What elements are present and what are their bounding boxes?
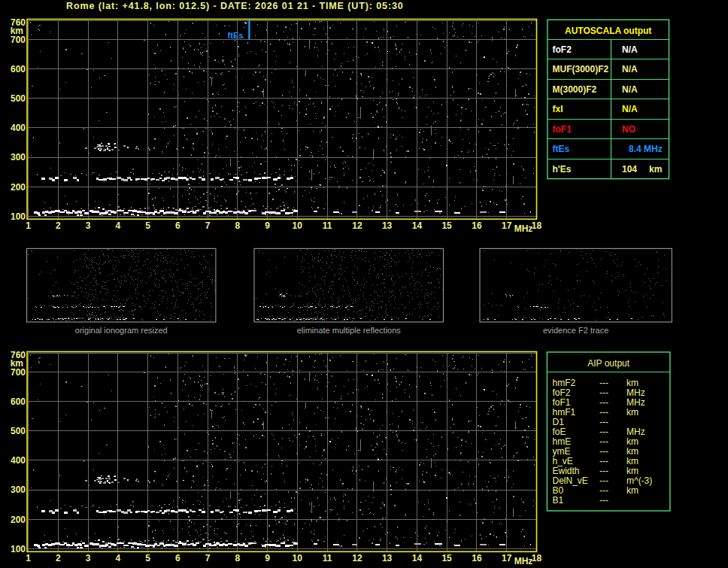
- svg-text:ymE: ymE: [553, 446, 571, 457]
- svg-text:D1: D1: [553, 417, 565, 427]
- svg-text:700: 700: [11, 35, 26, 45]
- svg-text:AIP output: AIP output: [587, 358, 629, 369]
- svg-text:foE: foE: [553, 427, 566, 437]
- svg-text:13: 13: [382, 220, 393, 231]
- svg-text:4: 4: [115, 220, 120, 231]
- svg-text:6: 6: [175, 553, 180, 563]
- svg-text:---: ---: [599, 397, 608, 408]
- svg-text:MHz: MHz: [514, 223, 533, 234]
- svg-text:---: ---: [599, 427, 608, 437]
- svg-text:400: 400: [11, 455, 26, 466]
- svg-text:1: 1: [26, 553, 31, 563]
- svg-text:15: 15: [441, 220, 452, 231]
- svg-text:300: 300: [11, 484, 26, 495]
- svg-text:500: 500: [11, 93, 26, 104]
- svg-text:16: 16: [472, 220, 482, 231]
- svg-text:hmE: hmE: [553, 436, 572, 447]
- svg-text:8: 8: [235, 220, 240, 231]
- svg-text:300: 300: [11, 152, 26, 163]
- svg-text:7: 7: [205, 553, 211, 563]
- svg-text:6: 6: [175, 220, 180, 231]
- svg-text:100: 100: [11, 544, 26, 554]
- svg-text:17: 17: [502, 220, 512, 231]
- svg-text:km: km: [626, 466, 639, 476]
- svg-text:---: ---: [599, 436, 608, 447]
- svg-text:100: 100: [11, 211, 26, 222]
- svg-text:---: ---: [599, 495, 608, 506]
- svg-text:foF2: foF2: [553, 387, 571, 398]
- svg-text:11: 11: [323, 553, 332, 563]
- svg-text:5: 5: [145, 553, 150, 563]
- svg-text:---: ---: [599, 456, 608, 466]
- svg-text:14: 14: [412, 553, 423, 563]
- svg-text:---: ---: [599, 387, 608, 398]
- svg-text:---: ---: [599, 378, 608, 388]
- svg-text:hmF2: hmF2: [553, 378, 576, 388]
- svg-text:ftEs: ftEs: [553, 144, 570, 154]
- svg-text:fxI: fxI: [553, 104, 563, 114]
- svg-text:400: 400: [11, 123, 26, 133]
- svg-text:foF1: foF1: [553, 124, 572, 135]
- svg-text:16: 16: [472, 553, 482, 563]
- svg-text:km: km: [626, 436, 639, 447]
- svg-text:600: 600: [11, 64, 26, 74]
- svg-text:104: 104: [622, 164, 637, 175]
- svg-text:12: 12: [352, 220, 362, 231]
- svg-text:MHz: MHz: [626, 387, 645, 398]
- svg-text:km: km: [626, 407, 639, 418]
- svg-text:---: ---: [599, 446, 608, 457]
- svg-text:---: ---: [599, 485, 608, 496]
- svg-text:18: 18: [532, 553, 542, 563]
- svg-text:evidence F2 trace: evidence F2 trace: [543, 326, 608, 335]
- svg-text:200: 200: [11, 182, 26, 193]
- svg-text:m^(-3): m^(-3): [626, 475, 652, 486]
- svg-text:Ewidth: Ewidth: [553, 466, 580, 476]
- svg-text:7: 7: [205, 220, 211, 231]
- svg-text:MUF(3000)F2: MUF(3000)F2: [553, 64, 609, 74]
- svg-text:km: km: [626, 456, 639, 466]
- svg-text:N/A: N/A: [622, 104, 638, 114]
- svg-text:NO: NO: [622, 124, 635, 135]
- svg-text:MHz: MHz: [626, 397, 645, 408]
- svg-text:2: 2: [56, 553, 61, 563]
- svg-text:5: 5: [145, 220, 150, 231]
- svg-text:10: 10: [293, 220, 303, 231]
- svg-text:15: 15: [441, 553, 452, 563]
- svg-text:ftEs: ftEs: [228, 31, 244, 40]
- svg-text:10: 10: [293, 553, 303, 563]
- svg-text:13: 13: [382, 553, 393, 563]
- svg-text:km: km: [626, 378, 639, 388]
- svg-text:hmF1: hmF1: [553, 407, 576, 418]
- svg-text:MHz: MHz: [514, 556, 533, 566]
- svg-text:B1: B1: [553, 495, 564, 506]
- svg-text:14: 14: [412, 220, 423, 231]
- svg-text:2: 2: [56, 220, 61, 231]
- svg-text:foF1: foF1: [553, 397, 571, 408]
- svg-text:B0: B0: [553, 485, 564, 496]
- svg-text:500: 500: [11, 426, 26, 436]
- svg-text:---: ---: [599, 407, 608, 418]
- svg-text:17: 17: [502, 553, 512, 563]
- svg-text:1: 1: [26, 220, 31, 231]
- svg-text:18: 18: [532, 220, 542, 231]
- svg-text:3: 3: [86, 220, 91, 231]
- svg-text:200: 200: [11, 515, 26, 525]
- svg-text:km: km: [626, 446, 639, 457]
- svg-text:9: 9: [265, 220, 270, 231]
- svg-text:DelN_vE: DelN_vE: [553, 475, 588, 486]
- svg-text:h_vE: h_vE: [553, 456, 573, 466]
- svg-text:N/A: N/A: [622, 84, 638, 95]
- svg-text:8: 8: [235, 553, 240, 563]
- svg-text:4: 4: [115, 553, 120, 563]
- svg-text:8.4 MHz: 8.4 MHz: [629, 144, 663, 154]
- svg-text:km: km: [626, 485, 639, 496]
- svg-text:M(3000)F2: M(3000)F2: [553, 84, 597, 95]
- svg-text:Rome (lat: +41.8, lon: 012.5): Rome (lat: +41.8, lon: 012.5) - DATE: 20…: [66, 1, 404, 11]
- svg-text:12: 12: [352, 553, 362, 563]
- svg-text:N/A: N/A: [622, 64, 638, 74]
- svg-text:3: 3: [86, 553, 91, 563]
- svg-text:700: 700: [11, 367, 26, 378]
- svg-text:N/A: N/A: [622, 44, 638, 55]
- svg-text:h'Es: h'Es: [553, 164, 572, 175]
- svg-text:---: ---: [599, 417, 608, 427]
